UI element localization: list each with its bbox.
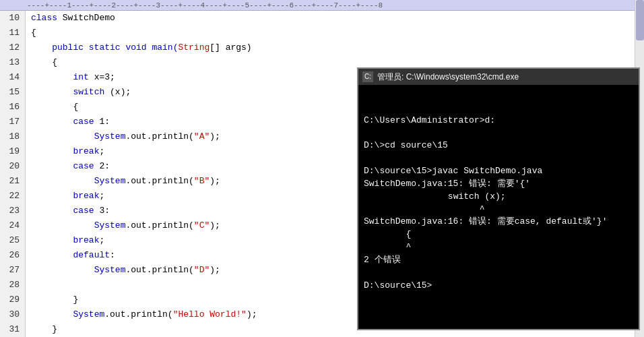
ruler: ----+----1----+----2----+----3----+----4…: [0, 0, 644, 11]
cmd-icon: C:: [362, 71, 373, 82]
line-number: 17: [0, 115, 26, 129]
cmd-line: SwitchDemo.java:15: 错误: 需要'{': [364, 178, 633, 191]
line-number: 23: [0, 204, 26, 218]
cmd-line: [364, 127, 633, 140]
code-line: 11{: [0, 26, 644, 40]
line-number: 25: [0, 233, 26, 248]
line-number: 30: [0, 307, 26, 322]
cmd-title: 管理员: C:\Windows\system32\cmd.exe: [377, 69, 519, 85]
code-line: 10class SwitchDemo: [0, 11, 644, 26]
cmd-line: switch (x);: [364, 191, 633, 204]
line-number: 29: [0, 293, 26, 307]
line-number: 21: [0, 174, 26, 189]
line-number: 19: [0, 144, 26, 159]
cmd-line: D:\source\15>: [364, 280, 633, 293]
cmd-line: SwitchDemo.java:16: 错误: 需要case, default或…: [364, 216, 633, 228]
line-number: 13: [0, 55, 26, 70]
cmd-window: C: 管理员: C:\Windows\system32\cmd.exe C:\U…: [357, 67, 640, 330]
cmd-line: 2 个错误: [364, 254, 633, 267]
line-content: class SwitchDemo: [26, 11, 644, 26]
line-number: 22: [0, 189, 26, 204]
line-number: 18: [0, 129, 26, 144]
cmd-line: D:\>cd source\15: [364, 140, 633, 152]
cmd-line: ^: [364, 241, 633, 254]
line-number: 20: [0, 159, 26, 174]
cmd-line: [364, 267, 633, 280]
cmd-titlebar[interactable]: C: 管理员: C:\Windows\system32\cmd.exe: [358, 69, 639, 85]
line-content: {: [26, 26, 644, 40]
line-number: 27: [0, 263, 26, 278]
line-number: 12: [0, 40, 26, 55]
cmd-line: [364, 152, 633, 165]
scrollbar-thumb[interactable]: [636, 0, 644, 40]
cmd-line: ^: [364, 204, 633, 216]
line-number: 10: [0, 11, 26, 26]
line-number: 31: [0, 322, 26, 337]
line-number: 24: [0, 218, 26, 233]
cmd-body[interactable]: C:\Users\Administrator>d: D:\>cd source\…: [358, 85, 639, 329]
line-number: 28: [0, 278, 26, 293]
line-number: 16: [0, 100, 26, 115]
cmd-line: C:\Users\Administrator>d:: [364, 115, 633, 127]
line-number: 15: [0, 85, 26, 100]
line-number: 14: [0, 70, 26, 85]
cmd-line: {: [364, 228, 633, 241]
line-content: public static void main(String[] args): [26, 40, 644, 55]
cmd-line: D:\source\15>javac SwitchDemo.java: [364, 165, 633, 178]
line-number: 26: [0, 248, 26, 263]
code-line: 12 public static void main(String[] args…: [0, 40, 644, 55]
line-number: 11: [0, 26, 26, 40]
